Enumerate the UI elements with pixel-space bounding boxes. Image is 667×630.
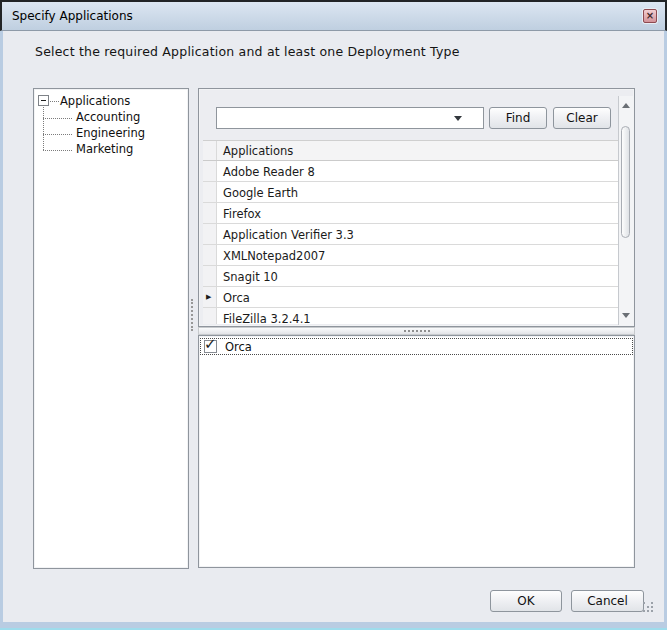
current-row-indicator-icon: ▶ — [206, 293, 211, 301]
application-name-cell: Firefox — [217, 203, 618, 223]
deployment-type-item[interactable]: ✓Orca — [200, 338, 633, 355]
dialog-body: Select the required Application and at l… — [3, 31, 664, 622]
grid-row[interactable]: Firefox — [203, 203, 618, 224]
tree-connector — [50, 101, 59, 102]
tree-node-label: Marketing — [76, 142, 133, 156]
application-name-cell: Google Earth — [217, 182, 618, 202]
row-header-cell[interactable] — [203, 245, 217, 265]
close-button[interactable]: × — [643, 9, 657, 23]
applications-grid: Applications Adobe Reader 8Google EarthF… — [203, 140, 618, 324]
row-header-cell[interactable] — [203, 203, 217, 223]
vertical-splitter-grip[interactable] — [191, 299, 194, 331]
grid-row[interactable]: Adobe Reader 8 — [203, 161, 618, 182]
deployment-type-list-panel: ✓Orca — [198, 335, 635, 568]
row-header-cell[interactable] — [203, 224, 217, 244]
window-title: Specify Applications — [12, 9, 133, 23]
instruction-text: Select the required Application and at l… — [35, 44, 460, 59]
resize-grip-icon[interactable] — [643, 602, 654, 613]
application-name-cell: Snagit 10 — [217, 266, 618, 286]
applications-tree-panel: Applications AccountingEngineeringMarket… — [33, 88, 189, 569]
deployment-type-label: Orca — [225, 340, 252, 354]
application-name-cell: FileZilla 3.2.4.1 — [217, 308, 618, 324]
find-button[interactable]: Find — [489, 107, 547, 129]
tree-connector — [43, 134, 72, 135]
tree-node-engineering[interactable]: Engineering — [34, 126, 186, 142]
application-name-cell: XMLNotepad2007 — [217, 245, 618, 265]
clear-button[interactable]: Clear — [553, 107, 611, 129]
grid-rows: Adobe Reader 8Google EarthFirefoxApplica… — [203, 161, 618, 324]
row-header-cell[interactable]: ▶ — [203, 287, 217, 307]
grid-row[interactable]: XMLNotepad2007 — [203, 245, 618, 266]
combobox-dropdown-icon[interactable] — [454, 116, 462, 121]
grid-corner-cell — [203, 141, 217, 160]
grid-row[interactable]: ▶Orca — [203, 287, 618, 308]
titlebar[interactable]: Specify Applications × — [0, 0, 667, 31]
grid-column-header: Applications — [217, 141, 618, 160]
grid-row[interactable]: FileZilla 3.2.4.1 — [203, 308, 618, 324]
grid-scrollbar[interactable] — [618, 96, 633, 325]
tree-root-label: Applications — [60, 94, 130, 108]
grid-row[interactable]: Application Verifier 3.3 — [203, 224, 618, 245]
splitter-grip-icon — [404, 330, 430, 332]
scroll-down-icon[interactable] — [622, 313, 630, 318]
grid-header-row[interactable]: Applications — [203, 141, 618, 161]
row-header-cell[interactable] — [203, 182, 217, 202]
ok-button[interactable]: OK — [490, 590, 562, 612]
cancel-button[interactable]: Cancel — [571, 590, 644, 612]
row-header-cell[interactable] — [203, 161, 217, 181]
tree-node-applications[interactable]: Applications — [34, 93, 188, 109]
search-combobox[interactable] — [216, 107, 484, 129]
applications-grid-panel: Find Clear Applications Adobe Reader 8Go… — [198, 88, 635, 327]
scrollbar-thumb[interactable] — [621, 126, 630, 238]
application-name-cell: Application Verifier 3.3 — [217, 224, 618, 244]
checkbox[interactable]: ✓ — [204, 340, 217, 353]
application-name-cell: Orca — [217, 287, 618, 307]
scroll-up-icon[interactable] — [622, 103, 630, 108]
tree-children: AccountingEngineeringMarketing — [34, 110, 186, 158]
horizontal-splitter[interactable] — [198, 327, 635, 335]
grid-row[interactable]: Snagit 10 — [203, 266, 618, 287]
application-name-cell: Adobe Reader 8 — [217, 161, 618, 181]
close-icon: × — [644, 10, 656, 21]
tree-node-accounting[interactable]: Accounting — [34, 110, 186, 126]
tree-node-label: Accounting — [76, 110, 140, 124]
tree-node-marketing[interactable]: Marketing — [34, 142, 186, 158]
tree-connector — [43, 118, 72, 119]
grid-row[interactable]: Google Earth — [203, 182, 618, 203]
dialog-specify-applications: Specify Applications × Select the requir… — [0, 0, 667, 630]
row-header-cell[interactable] — [203, 266, 217, 286]
checkmark-icon: ✓ — [204, 335, 217, 353]
row-header-cell[interactable] — [203, 308, 217, 324]
tree-node-label: Engineering — [76, 126, 145, 140]
minus-glyph — [41, 100, 46, 101]
tree-connector — [43, 150, 72, 151]
